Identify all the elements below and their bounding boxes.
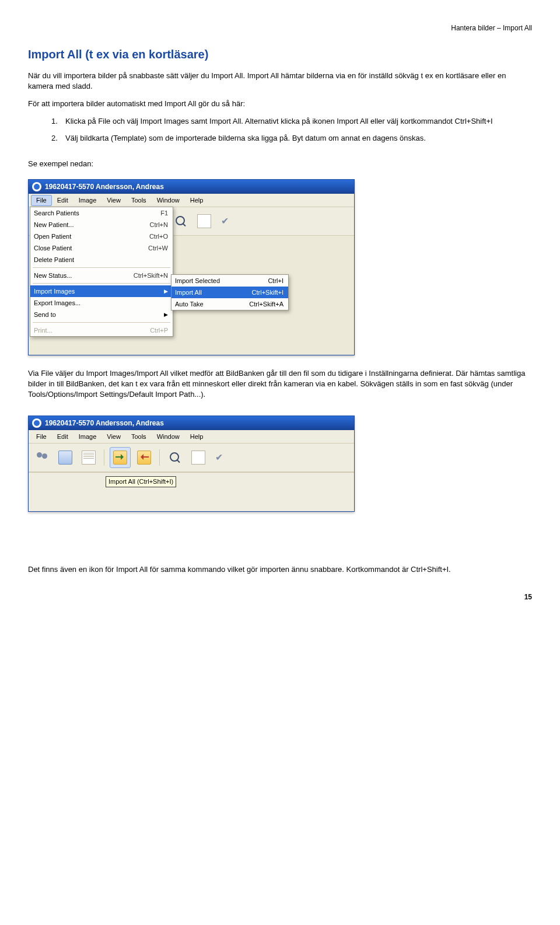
menu-label: Send to — [34, 310, 164, 319]
toolbar-export-button[interactable] — [134, 448, 154, 467]
toolbar-note-button[interactable] — [79, 448, 99, 467]
app-icon — [32, 182, 41, 191]
menu-import-images[interactable]: Import Images ▶ — [30, 285, 173, 297]
step-number: 1. — [51, 116, 65, 127]
document-icon — [191, 451, 205, 465]
menu-image[interactable]: Image — [74, 431, 102, 442]
folder-icon — [137, 451, 151, 465]
window-title: 19620417-5570 Andersson, Andreas — [45, 418, 164, 428]
window-title: 19620417-5570 Andersson, Andreas — [45, 182, 164, 191]
screenshot-file-menu: 19620417-5570 Andersson, Andreas File Ed… — [28, 179, 355, 355]
menu-edit[interactable]: Edit — [52, 195, 74, 206]
menu-shortcut: Ctrl+P — [121, 326, 168, 335]
menu-new-status[interactable]: New Status... Ctrl+Skift+N — [30, 270, 173, 281]
chevron-right-icon: ▶ — [164, 311, 168, 318]
screenshot-toolbar: 19620417-5570 Andersson, Andreas File Ed… — [28, 416, 355, 512]
tooltip-import-all: Import All (Ctrl+Shift+I) — [106, 476, 176, 487]
menu-send-to[interactable]: Send to ▶ — [30, 309, 173, 320]
titlebar[interactable]: 19620417-5570 Andersson, Andreas — [29, 416, 354, 430]
toolbar-new-doc-button[interactable] — [188, 448, 208, 467]
check-icon — [215, 451, 228, 464]
submenu-import-selected[interactable]: Import Selected Ctrl+I — [172, 275, 288, 287]
intro-paragraph: När du vill importera bilder på snabbast… — [28, 71, 532, 91]
menubar: File Edit Image View Tools Window Help — [29, 430, 354, 444]
menu-divider — [33, 322, 170, 323]
import-images-submenu: Import Selected Ctrl+I Import All Ctrl+S… — [171, 274, 289, 310]
menu-shortcut: Ctrl+Skift+N — [121, 271, 168, 280]
check-icon — [221, 215, 234, 228]
menu-print: Print... Ctrl+P — [30, 324, 173, 336]
menu-label: Search Patients — [34, 209, 121, 218]
toolbar-search-button[interactable] — [165, 448, 185, 467]
export-arrow-icon — [138, 451, 150, 464]
menu-shortcut: Ctrl+W — [121, 244, 168, 253]
menu-search-patients[interactable]: Search Patients F1 — [30, 207, 173, 219]
menu-label: Delete Patient — [34, 256, 121, 264]
menu-label: Print... — [34, 326, 121, 335]
menu-label: Auto Take — [175, 300, 235, 309]
menu-label: Open Patient — [34, 232, 121, 241]
menu-divider — [33, 283, 170, 284]
menu-shortcut: Ctrl+N — [121, 221, 168, 229]
menu-divider — [33, 267, 170, 268]
menu-tools[interactable]: Tools — [126, 195, 152, 206]
toolbar-search-button[interactable] — [171, 211, 191, 231]
menu-delete-patient[interactable]: Delete Patient — [30, 254, 173, 266]
menu-label: New Patient... — [34, 221, 121, 229]
menu-shortcut: Ctrl+O — [121, 232, 168, 241]
app-window: 19620417-5570 Andersson, Andreas File Ed… — [28, 179, 355, 355]
titlebar[interactable]: 19620417-5570 Andersson, Andreas — [29, 180, 354, 194]
app-icon — [32, 418, 41, 428]
menu-label: Import All — [175, 288, 235, 297]
menu-close-patient[interactable]: Close Patient Ctrl+W — [30, 242, 173, 254]
toolbar-check-button[interactable] — [218, 211, 237, 231]
chevron-right-icon: ▶ — [164, 288, 168, 295]
step-list: 1. Klicka på File och välj Import Images… — [51, 116, 532, 144]
menu-file[interactable]: File — [31, 431, 52, 442]
step-number: 2. — [51, 133, 65, 144]
step-1: 1. Klicka på File och välj Import Images… — [51, 116, 532, 127]
menu-file[interactable]: File — [31, 195, 52, 206]
menu-open-patient[interactable]: Open Patient Ctrl+O — [30, 231, 173, 242]
section-title: Import All (t ex via en kortläsare) — [28, 47, 532, 62]
card-icon — [58, 451, 72, 465]
menu-view[interactable]: View — [102, 195, 126, 206]
page-header-right: Hantera bilder – Import All — [28, 23, 532, 33]
menu-tools[interactable]: Tools — [126, 431, 152, 442]
menubar: File Edit Image View Tools Window Help — [29, 194, 354, 207]
step-text: Klicka på File och välj Import Images sa… — [65, 116, 493, 127]
menu-window[interactable]: Window — [152, 431, 185, 442]
menu-image[interactable]: Image — [74, 195, 102, 206]
menu-export-images[interactable]: Export Images... — [30, 297, 173, 309]
folder-icon — [113, 451, 127, 465]
toolbar-separator — [104, 449, 104, 466]
menu-window[interactable]: Window — [152, 195, 185, 206]
step-text: Välj bildkarta (Template) som de importe… — [65, 133, 426, 144]
app-window: 19620417-5570 Andersson, Andreas File Ed… — [28, 416, 355, 512]
menu-edit[interactable]: Edit — [52, 431, 74, 442]
menu-shortcut: Ctrl+I — [235, 277, 284, 285]
menu-help[interactable]: Help — [185, 195, 209, 206]
menu-shortcut: Ctrl+Skift+I — [235, 288, 284, 297]
toolbar-patient-card-button[interactable] — [55, 448, 75, 467]
step-2: 2. Välj bildkarta (Template) som de impo… — [51, 133, 532, 144]
toolbar-patients-button[interactable] — [32, 448, 52, 467]
page-number: 15 — [28, 592, 532, 602]
menu-new-patient[interactable]: New Patient... Ctrl+N — [30, 219, 173, 231]
menu-view[interactable]: View — [102, 431, 126, 442]
toolbar-new-doc-button[interactable] — [194, 211, 214, 231]
file-dropdown: Search Patients F1 New Patient... Ctrl+N… — [30, 207, 173, 337]
app-canvas: Import All (Ctrl+Shift+I) — [29, 472, 354, 511]
import-arrow-icon — [114, 451, 127, 464]
menu-label: Import Images — [34, 287, 164, 296]
menu-help[interactable]: Help — [185, 431, 209, 442]
toolbar-check-button[interactable] — [212, 448, 232, 467]
submenu-import-all[interactable]: Import All Ctrl+Skift+I — [172, 287, 288, 298]
submenu-auto-take[interactable]: Auto Take Ctrl+Skift+A — [172, 298, 288, 310]
toolbar — [29, 444, 354, 472]
toolbar-separator — [159, 449, 160, 466]
example-lead: Se exempel nedan: — [28, 159, 532, 169]
menu-shortcut: F1 — [121, 209, 168, 218]
menu-label: Import Selected — [175, 277, 235, 285]
toolbar-import-all-button[interactable] — [110, 447, 131, 468]
